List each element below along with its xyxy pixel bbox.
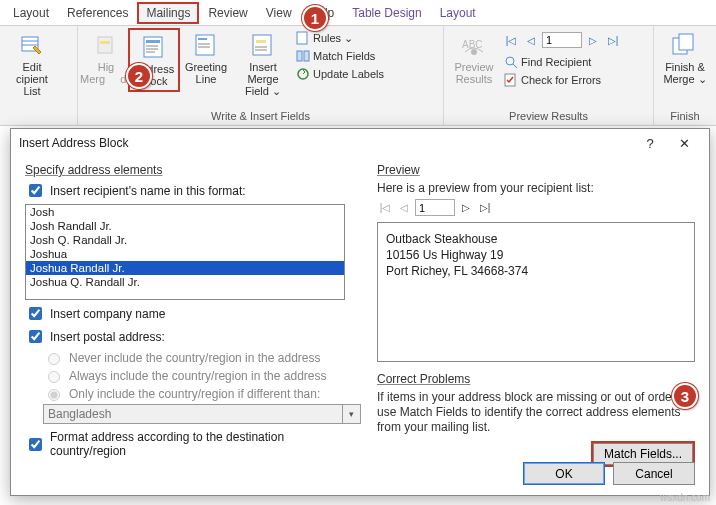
tab-tabledesign[interactable]: Table Design — [343, 2, 430, 24]
dialog-buttons: OK Cancel — [523, 462, 695, 485]
callout-badge-2: 2 — [126, 63, 152, 89]
finish-icon — [671, 31, 699, 59]
merge-options-stack: Rules ⌄ Match Fields Update Labels — [294, 28, 386, 82]
highlight-merge-fields-button: Hig Merg ds — [84, 28, 128, 88]
update-labels-button[interactable]: Update Labels — [294, 66, 386, 82]
nav-prev-button[interactable]: ◁ — [522, 32, 540, 48]
tab-layout[interactable]: Layout — [4, 2, 58, 24]
insert-postal-checkbox[interactable]: Insert postal address: — [25, 327, 361, 346]
dialog-titlebar: Insert Address Block ? ✕ — [11, 129, 709, 157]
preview-hint: Here is a preview from your recipient li… — [377, 181, 695, 195]
preview-next-button[interactable]: ▷ — [458, 200, 474, 216]
tab-layout-2[interactable]: Layout — [431, 2, 485, 24]
edit-recipient-list-button[interactable]: Edit cipient List — [6, 28, 58, 100]
find-icon — [504, 55, 518, 69]
preview-column: Preview Here is a preview from your reci… — [377, 161, 695, 467]
match-fields-button[interactable]: Match Fields — [294, 48, 386, 64]
help-button[interactable]: ? — [633, 136, 667, 151]
dialog-title: Insert Address Block — [19, 136, 633, 150]
country-input — [43, 404, 343, 424]
find-recipient-button[interactable]: Find Recipient — [502, 54, 622, 70]
specify-heading: Specify address elements — [25, 163, 361, 177]
correct-heading: Correct Problems — [377, 372, 695, 386]
preview-heading: Preview — [377, 163, 695, 177]
address-block-icon — [140, 33, 168, 61]
group-label-start — [6, 108, 71, 125]
check-errors-button[interactable]: Check for Errors — [502, 72, 622, 88]
preview-line-3: Port Richey, FL 34668-374 — [386, 263, 686, 279]
list-item[interactable]: Josh Randall Jr. — [26, 219, 344, 233]
only-include-radio: Only include the country/region if diffe… — [43, 386, 361, 401]
greeting-icon — [192, 31, 220, 59]
callout-badge-1: 1 — [302, 5, 328, 31]
svg-line-25 — [513, 64, 517, 68]
svg-rect-20 — [304, 51, 309, 61]
svg-point-23 — [471, 49, 477, 55]
svg-rect-18 — [297, 32, 307, 44]
group-label-preview: Preview Results — [450, 108, 647, 125]
edit-recipient-label-2: cipient List — [8, 73, 56, 97]
list-item[interactable]: Josh — [26, 205, 344, 219]
svg-rect-28 — [679, 34, 693, 50]
format-destination-checkbox[interactable]: Format address according to the destinat… — [25, 430, 361, 458]
callout-badge-3: 3 — [672, 383, 698, 409]
specify-column: Specify address elements Insert recipien… — [25, 161, 361, 467]
close-button[interactable]: ✕ — [667, 136, 701, 151]
svg-rect-3 — [98, 37, 112, 53]
ribbon: Edit cipient List Hig Merg ds Address Bl… — [0, 26, 716, 126]
preview-nav: |◁ ◁ ▷ ▷| — [377, 199, 695, 216]
list-item[interactable]: Josh Q. Randall Jr. — [26, 233, 344, 247]
ok-button[interactable]: OK — [523, 462, 605, 485]
match-fields-icon — [296, 49, 310, 63]
nav-record-input[interactable] — [542, 32, 582, 48]
svg-rect-19 — [297, 51, 302, 61]
insert-merge-field-button[interactable]: Insert Merge Field ⌄ — [232, 28, 294, 100]
record-nav: |◁ ◁ ▷ ▷| — [502, 30, 622, 52]
svg-point-24 — [506, 57, 514, 65]
tab-references[interactable]: References — [58, 2, 137, 24]
list-item[interactable]: Joshua — [26, 247, 344, 261]
tab-review[interactable]: Review — [199, 2, 256, 24]
nav-first-button[interactable]: |◁ — [502, 32, 520, 48]
check-icon — [504, 73, 518, 87]
preview-prev-button[interactable]: ◁ — [396, 200, 412, 216]
insert-address-block-dialog: Insert Address Block ? ✕ Specify address… — [10, 128, 710, 496]
name-format-list[interactable]: Josh Josh Randall Jr. Josh Q. Randall Jr… — [25, 204, 345, 300]
preview-last-button[interactable]: ▷| — [477, 200, 493, 216]
correct-text: If items in your address block are missi… — [377, 390, 695, 435]
tab-view[interactable]: View — [257, 2, 301, 24]
update-labels-icon — [296, 67, 310, 81]
preview-icon: ABC — [460, 31, 488, 59]
finish-merge-button[interactable]: Finish & Merge ⌄ — [660, 28, 710, 88]
nav-next-button[interactable]: ▷ — [584, 32, 602, 48]
svg-rect-14 — [253, 35, 271, 55]
edit-recipient-label-1: Edit — [23, 61, 42, 73]
preview-record-input[interactable] — [415, 199, 455, 216]
list-item-selected[interactable]: Joshua Randall Jr. — [26, 261, 344, 275]
rules-icon — [296, 31, 310, 45]
highlight-icon — [92, 31, 120, 59]
insert-merge-icon — [249, 31, 277, 59]
ribbon-tabs: Layout References Mailings Review View H… — [0, 0, 716, 26]
watermark: wsxdn.com — [660, 492, 710, 503]
nav-last-button[interactable]: ▷| — [604, 32, 622, 48]
tab-mailings[interactable]: Mailings — [137, 2, 199, 24]
group-label-finish: Finish — [660, 108, 710, 125]
chevron-down-icon: ▾ — [343, 404, 361, 424]
insert-company-checkbox[interactable]: Insert company name — [25, 304, 361, 323]
cancel-button[interactable]: Cancel — [613, 462, 695, 485]
svg-rect-4 — [100, 41, 110, 44]
insert-name-checkbox[interactable]: Insert recipient's name in this format: — [25, 181, 361, 200]
edit-list-icon — [18, 31, 46, 59]
list-item[interactable]: Joshua Q. Randall Jr. — [26, 275, 344, 289]
never-include-radio: Never include the country/region in the … — [43, 350, 361, 365]
preview-first-button[interactable]: |◁ — [377, 200, 393, 216]
rules-button[interactable]: Rules ⌄ — [294, 30, 386, 46]
country-combo: ▾ — [43, 404, 361, 424]
group-label-write: Write & Insert Fields — [84, 108, 437, 125]
always-include-radio: Always include the country/region in the… — [43, 368, 361, 383]
preview-box: Outback Steakhouse 10156 Us Highway 19 P… — [377, 222, 695, 362]
preview-line-2: 10156 Us Highway 19 — [386, 247, 686, 263]
greeting-line-button[interactable]: Greeting Line — [180, 28, 232, 88]
svg-rect-6 — [146, 40, 160, 43]
